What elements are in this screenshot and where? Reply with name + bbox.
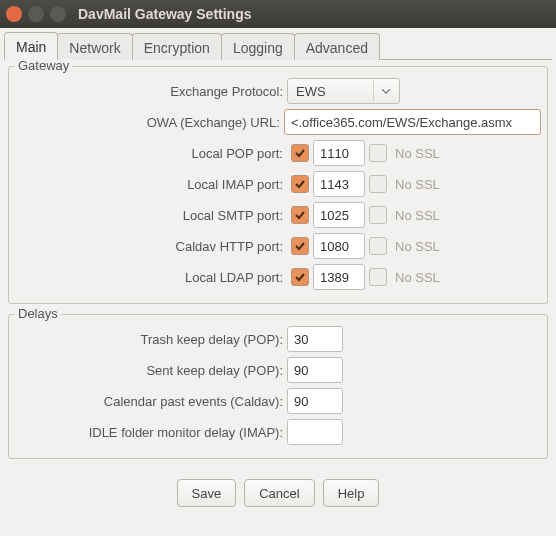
ldap-nossl-label: No SSL bbox=[395, 270, 440, 285]
smtp-port-input[interactable] bbox=[313, 202, 365, 228]
imap-nossl-label: No SSL bbox=[395, 177, 440, 192]
caldav-nossl-label: No SSL bbox=[395, 239, 440, 254]
tab-bar: Main Network Encryption Logging Advanced bbox=[4, 32, 552, 60]
imap-nossl-checkbox[interactable] bbox=[369, 175, 387, 193]
ldap-enable-checkbox[interactable] bbox=[291, 268, 309, 286]
row-owa-url: OWA (Exchange) URL: bbox=[15, 107, 541, 137]
imap-port-label: Local IMAP port: bbox=[15, 177, 287, 192]
owa-url-input[interactable] bbox=[284, 109, 541, 135]
idle-delay-input[interactable] bbox=[287, 419, 343, 445]
imap-enable-checkbox[interactable] bbox=[291, 175, 309, 193]
pop-enable-checkbox[interactable] bbox=[291, 144, 309, 162]
save-button[interactable]: Save bbox=[177, 479, 237, 507]
minimize-icon[interactable] bbox=[28, 6, 44, 22]
ldap-nossl-checkbox[interactable] bbox=[369, 268, 387, 286]
row-pop-port: Local POP port: No SSL bbox=[15, 138, 541, 168]
pop-port-input[interactable] bbox=[313, 140, 365, 166]
fieldset-delays-title: Delays bbox=[15, 306, 61, 321]
tab-logging[interactable]: Logging bbox=[221, 33, 295, 60]
caldav-port-input[interactable] bbox=[313, 233, 365, 259]
pop-nossl-checkbox[interactable] bbox=[369, 144, 387, 162]
row-ldap-port: Local LDAP port: No SSL bbox=[15, 262, 541, 292]
help-button[interactable]: Help bbox=[323, 479, 380, 507]
titlebar: DavMail Gateway Settings bbox=[0, 0, 556, 28]
button-bar: Save Cancel Help bbox=[4, 469, 552, 517]
exchange-protocol-value: EWS bbox=[296, 84, 326, 99]
ldap-port-input[interactable] bbox=[313, 264, 365, 290]
trash-delay-label: Trash keep delay (POP): bbox=[15, 332, 287, 347]
owa-url-label: OWA (Exchange) URL: bbox=[15, 115, 284, 130]
row-exchange-protocol: Exchange Protocol: EWS bbox=[15, 76, 541, 106]
trash-delay-input[interactable] bbox=[287, 326, 343, 352]
imap-port-input[interactable] bbox=[313, 171, 365, 197]
row-smtp-port: Local SMTP port: No SSL bbox=[15, 200, 541, 230]
tab-main[interactable]: Main bbox=[4, 32, 58, 60]
window-title: DavMail Gateway Settings bbox=[78, 6, 252, 22]
row-sent-delay: Sent keep delay (POP): bbox=[15, 355, 541, 385]
content-area: Main Network Encryption Logging Advanced… bbox=[0, 28, 556, 517]
caldav-enable-checkbox[interactable] bbox=[291, 237, 309, 255]
row-trash-delay: Trash keep delay (POP): bbox=[15, 324, 541, 354]
row-idle-delay: IDLE folder monitor delay (IMAP): bbox=[15, 417, 541, 447]
smtp-port-label: Local SMTP port: bbox=[15, 208, 287, 223]
sent-delay-input[interactable] bbox=[287, 357, 343, 383]
maximize-icon[interactable] bbox=[50, 6, 66, 22]
pop-nossl-label: No SSL bbox=[395, 146, 440, 161]
tab-panel-main: Gateway Exchange Protocol: EWS OWA (Exch… bbox=[4, 59, 552, 459]
caldav-port-label: Caldav HTTP port: bbox=[15, 239, 287, 254]
exchange-protocol-dropdown[interactable]: EWS bbox=[287, 78, 400, 104]
row-imap-port: Local IMAP port: No SSL bbox=[15, 169, 541, 199]
tab-advanced[interactable]: Advanced bbox=[294, 33, 380, 60]
caldav-nossl-checkbox[interactable] bbox=[369, 237, 387, 255]
tab-encryption[interactable]: Encryption bbox=[132, 33, 222, 60]
calendar-delay-label: Calendar past events (Caldav): bbox=[15, 394, 287, 409]
ldap-port-label: Local LDAP port: bbox=[15, 270, 287, 285]
row-caldav-port: Caldav HTTP port: No SSL bbox=[15, 231, 541, 261]
row-calendar-delay: Calendar past events (Caldav): bbox=[15, 386, 541, 416]
close-icon[interactable] bbox=[6, 6, 22, 22]
fieldset-gateway: Gateway Exchange Protocol: EWS OWA (Exch… bbox=[8, 66, 548, 304]
cancel-button[interactable]: Cancel bbox=[244, 479, 314, 507]
pop-port-label: Local POP port: bbox=[15, 146, 287, 161]
smtp-enable-checkbox[interactable] bbox=[291, 206, 309, 224]
smtp-nossl-checkbox[interactable] bbox=[369, 206, 387, 224]
fieldset-gateway-title: Gateway bbox=[15, 58, 72, 73]
chevron-down-icon bbox=[373, 80, 397, 102]
tab-network[interactable]: Network bbox=[57, 33, 132, 60]
settings-window: DavMail Gateway Settings Main Network En… bbox=[0, 0, 556, 536]
smtp-nossl-label: No SSL bbox=[395, 208, 440, 223]
sent-delay-label: Sent keep delay (POP): bbox=[15, 363, 287, 378]
calendar-delay-input[interactable] bbox=[287, 388, 343, 414]
idle-delay-label: IDLE folder monitor delay (IMAP): bbox=[15, 425, 287, 440]
fieldset-delays: Delays Trash keep delay (POP): Sent keep… bbox=[8, 314, 548, 459]
exchange-protocol-label: Exchange Protocol: bbox=[15, 84, 287, 99]
